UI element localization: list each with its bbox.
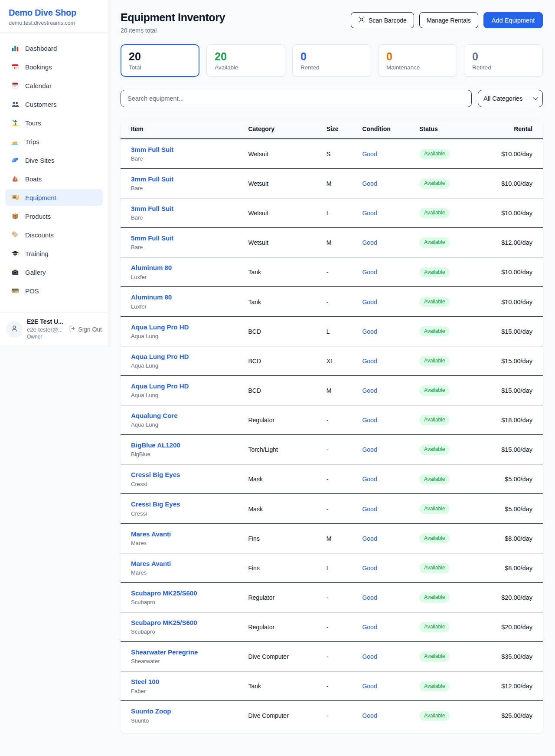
sidebar-item-boats[interactable]: Boats: [5, 171, 103, 187]
stat-card-rented[interactable]: 0 Rented: [292, 44, 371, 77]
table-row: Scubapro MK25/S600 Scubapro Regulator - …: [121, 582, 543, 612]
condition-link[interactable]: Good: [362, 712, 377, 719]
condition-link[interactable]: Good: [362, 210, 377, 217]
condition-link[interactable]: Good: [362, 653, 377, 660]
condition-link[interactable]: Good: [362, 565, 377, 572]
item-name-link[interactable]: Cressi Big Eyes: [131, 470, 180, 479]
rental-price: $12.00/day: [488, 228, 543, 257]
item-brand: Bare: [131, 214, 238, 222]
item-category: BCD: [243, 316, 321, 346]
item-size: -: [321, 612, 357, 642]
sign-out-label: Sign Out: [78, 326, 102, 333]
stat-card-available[interactable]: 20 Available: [206, 44, 285, 77]
rental-price: $18.00/day: [488, 405, 543, 435]
stat-label: Total: [129, 64, 191, 71]
condition-link[interactable]: Good: [362, 624, 377, 631]
item-name-link[interactable]: 3mm Full Suit: [131, 204, 173, 213]
status-badge: Available: [419, 444, 450, 455]
item-size: -: [321, 582, 357, 612]
sidebar-item-bookings[interactable]: 17 Bookings: [5, 59, 103, 75]
condition-link[interactable]: Good: [362, 446, 377, 453]
status-badge: Available: [419, 326, 450, 337]
status-badge: Available: [419, 415, 450, 425]
item-name-link[interactable]: Cressi Big Eyes: [131, 500, 180, 509]
sidebar-item-equipment[interactable]: Equipment: [5, 189, 103, 206]
rental-price: $20.00/day: [488, 612, 543, 642]
sidebar-item-trips[interactable]: Trips: [5, 133, 103, 150]
item-name-link[interactable]: Aqua Lung Pro HD: [131, 323, 189, 332]
item-name-link[interactable]: Scubapro MK25/S600: [131, 618, 197, 627]
item-size: -: [321, 464, 357, 494]
stat-card-maintenance[interactable]: 0 Maintenance: [378, 44, 457, 77]
condition-link[interactable]: Good: [362, 535, 377, 542]
sidebar-item-calendar[interactable]: Calendar: [5, 77, 103, 94]
search-input[interactable]: [121, 90, 472, 107]
item-name-link[interactable]: Scubapro MK25/S600: [131, 589, 197, 598]
condition-link[interactable]: Good: [362, 683, 377, 690]
user-email: e2e-tester@...: [27, 326, 65, 333]
item-name-link[interactable]: Aqua Lung Pro HD: [131, 382, 189, 391]
item-name-link[interactable]: Aluminum 80: [131, 263, 172, 272]
item-name-link[interactable]: 3mm Full Suit: [131, 175, 173, 184]
item-name-link[interactable]: 5mm Full Suit: [131, 234, 173, 243]
item-category: BCD: [243, 346, 321, 375]
condition-link[interactable]: Good: [362, 239, 377, 246]
stat-card-retired[interactable]: 0 Retired: [464, 44, 543, 77]
condition-link[interactable]: Good: [362, 387, 377, 394]
stat-card-total[interactable]: 20 Total: [121, 44, 199, 77]
sidebar-item-customers[interactable]: Customers: [5, 96, 103, 112]
sidebar-item-pos[interactable]: POS: [5, 283, 103, 299]
item-name-link[interactable]: Steel 100: [131, 677, 159, 686]
sidebar-item-label: Boats: [25, 175, 42, 183]
table-row: Aqua Lung Pro HD Aqua Lung BCD M Good Av…: [121, 375, 543, 405]
condition-link[interactable]: Good: [362, 269, 377, 276]
item-category: Wetsuit: [243, 228, 321, 257]
condition-link[interactable]: Good: [362, 476, 377, 483]
condition-link[interactable]: Good: [362, 358, 377, 365]
sidebar-item-training[interactable]: Training: [5, 245, 103, 262]
item-brand: Bare: [131, 185, 238, 192]
svg-text:17: 17: [13, 66, 17, 69]
pos-icon: [11, 286, 20, 295]
item-size: S: [321, 139, 357, 169]
manage-rentals-button[interactable]: Manage Rentals: [419, 12, 478, 28]
sign-out-button[interactable]: Sign Out: [69, 325, 102, 333]
item-name-link[interactable]: Aluminum 80: [131, 293, 172, 302]
category-select[interactable]: All Categories: [478, 90, 543, 107]
discounts-icon: [11, 230, 20, 239]
sidebar-item-products[interactable]: Products: [5, 208, 103, 224]
gallery-icon: [11, 268, 20, 276]
table-row: Shearwater Peregrine Shearwater Dive Com…: [121, 642, 543, 671]
condition-link[interactable]: Good: [362, 328, 377, 335]
sidebar-item-tours[interactable]: Tours: [5, 115, 103, 131]
item-name-link[interactable]: Suunto Zoop: [131, 707, 171, 716]
condition-link[interactable]: Good: [362, 506, 377, 513]
sidebar-item-dashboard[interactable]: Dashboard: [5, 40, 103, 56]
sidebar-item-dive-sites[interactable]: Dive Sites: [5, 152, 103, 168]
table-row: 3mm Full Suit Bare Wetsuit M Good Availa…: [121, 168, 543, 198]
item-name-link[interactable]: Mares Avanti: [131, 559, 171, 568]
item-name-link[interactable]: BigBlue AL1200: [131, 441, 180, 450]
sidebar-item-discounts[interactable]: Discounts: [5, 227, 103, 243]
condition-link[interactable]: Good: [362, 180, 377, 187]
condition-link[interactable]: Good: [362, 299, 377, 306]
condition-link[interactable]: Good: [362, 594, 377, 601]
add-equipment-button[interactable]: Add Equipment: [483, 12, 543, 28]
item-name-link[interactable]: Aqualung Core: [131, 411, 178, 420]
status-badge: Available: [419, 651, 450, 662]
item-name-link[interactable]: 3mm Full Suit: [131, 145, 173, 154]
condition-link[interactable]: Good: [362, 417, 377, 424]
sidebar-item-label: Customers: [25, 101, 57, 108]
item-size: L: [321, 553, 357, 582]
sidebar-item-gallery[interactable]: Gallery: [5, 264, 103, 280]
scan-barcode-button[interactable]: Scan Barcode: [351, 12, 414, 28]
item-name-link[interactable]: Aqua Lung Pro HD: [131, 352, 189, 361]
user-box: E2E Test U... e2e-tester@... Owner Sign …: [0, 312, 108, 346]
stat-value: 20: [215, 50, 277, 63]
condition-link[interactable]: Good: [362, 151, 377, 158]
status-badge: Available: [419, 267, 450, 278]
item-name-link[interactable]: Mares Avanti: [131, 530, 171, 539]
item-name-link[interactable]: Shearwater Peregrine: [131, 648, 198, 657]
sidebar-item-label: Dive Sites: [25, 157, 55, 164]
category-select-wrap: All Categories: [478, 90, 543, 107]
